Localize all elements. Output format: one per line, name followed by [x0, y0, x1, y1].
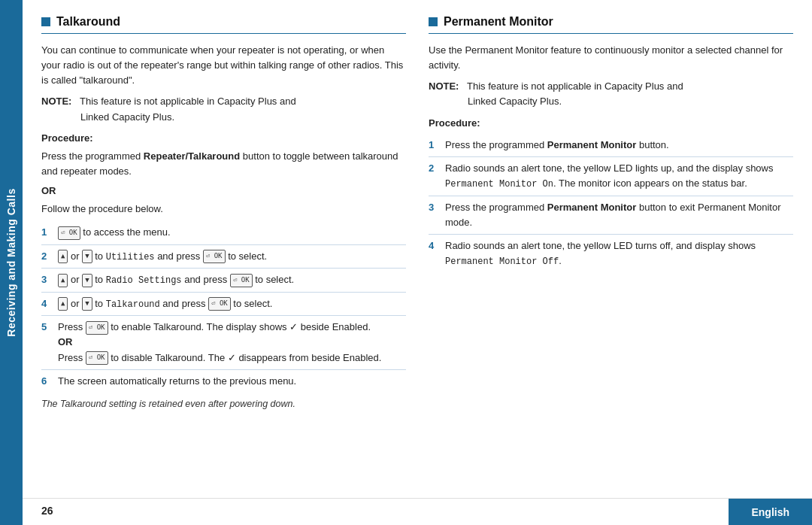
left-note-block: NOTE: This feature is not applicable in …	[41, 94, 406, 124]
language-label: English	[751, 506, 789, 518]
page-number: 26	[23, 499, 72, 525]
ok-kbd-3: ⏎ OK	[230, 274, 253, 287]
left-note-label: NOTE:	[41, 96, 71, 107]
left-procedure-text: Press the programmed Repeater/Talkaround…	[41, 149, 406, 179]
left-section-heading: Talkaround	[41, 15, 406, 34]
right-step-1-content: Press the programmed Permanent Monitor b…	[445, 138, 793, 153]
step-4-content: ▲ or ▼ to Talkaround and press ⏎ OK to s…	[58, 296, 406, 312]
left-step-3: 3 ▲ or ▼ to Radio Settings and press ⏎ O…	[41, 269, 406, 293]
step-5-content: Press ⏎ OK to enable Talkaround. The dis…	[58, 320, 406, 365]
down-kbd-2: ▼	[82, 250, 92, 263]
step-1-content: ⏎ OK to access the menu.	[58, 225, 406, 240]
up-kbd-4: ▲	[58, 297, 68, 311]
bottom-bar: 26 English	[23, 498, 812, 525]
step-2-content: ▲ or ▼ to Utilities and press ⏎ OK to se…	[58, 249, 406, 265]
right-note-text: This feature is not applicable in Capaci…	[467, 80, 683, 92]
up-kbd-3: ▲	[58, 274, 68, 287]
right-procedure-label: Procedure:	[429, 116, 793, 131]
right-step-2: 2 Radio sounds an alert tone, the yellow…	[429, 157, 793, 196]
left-or1: OR	[41, 184, 406, 199]
left-italic-note: The Talkaround setting is retained even …	[41, 397, 406, 411]
right-step-3: 3 Press the programmed Permanent Monitor…	[429, 196, 793, 235]
step-5-or: OR	[58, 336, 73, 347]
right-step-2-content: Radio sounds an alert tone, the yellow L…	[445, 161, 793, 192]
side-tab-label: Receiving and Making Calls	[5, 188, 17, 336]
right-step-3-content: Press the programmed Permanent Monitor b…	[445, 200, 793, 230]
ok-kbd-5b: ⏎ OK	[86, 351, 108, 365]
right-step-1: 1 Press the programmed Permanent Monitor…	[429, 134, 793, 157]
right-step-4: 4 Radio sounds an alert tone, the yellow…	[429, 235, 793, 273]
step-num-6: 6	[41, 374, 53, 389]
right-step-num-4: 4	[429, 238, 441, 253]
left-step-4: 4 ▲ or ▼ to Talkaround and press ⏎ OK to…	[41, 293, 406, 317]
up-kbd-2: ▲	[58, 250, 68, 263]
ok-kbd-4: ⏎ OK	[208, 297, 231, 311]
step-num-2: 2	[41, 249, 53, 264]
left-intro-text: You can continue to communicate when you…	[41, 43, 406, 88]
right-steps-list: 1 Press the programmed Permanent Monitor…	[429, 134, 793, 273]
right-step-num-2: 2	[429, 161, 441, 176]
right-note-text2: Linked Capacity Plus.	[468, 94, 793, 109]
right-step-num-1: 1	[429, 138, 441, 153]
step-num-4: 4	[41, 296, 53, 311]
right-section-heading: Permanent Monitor	[429, 15, 793, 34]
left-follow-text: Follow the procedure below.	[41, 202, 406, 217]
step-2-mono: Utilities	[106, 252, 155, 262]
pm-bold-1: Permanent Monitor	[547, 139, 636, 150]
left-step-6: 6 The screen automatically returns to th…	[41, 370, 406, 393]
step-4-mono: Talkaround	[106, 299, 160, 310]
right-section-title: Permanent Monitor	[444, 15, 553, 29]
step-num-3: 3	[41, 272, 53, 287]
left-section-title: Talkaround	[56, 15, 120, 29]
right-step-2-mono: Permanent Monitor On	[445, 179, 553, 190]
down-kbd-4: ▼	[82, 297, 92, 311]
left-step-2: 2 ▲ or ▼ to Utilities and press ⏎ OK to …	[41, 245, 406, 269]
pm-bold-3: Permanent Monitor	[547, 202, 636, 213]
repeater-bold: Repeater/Talkaround	[144, 150, 240, 162]
right-note-label: NOTE:	[429, 80, 459, 92]
left-procedure-label: Procedure:	[41, 131, 406, 146]
left-step-5: 5 Press ⏎ OK to enable Talkaround. The d…	[41, 316, 406, 369]
step-3-mono: Radio Settings	[106, 275, 182, 286]
heading-square-icon	[41, 17, 50, 26]
left-steps-list: 1 ⏎ OK to access the menu. 2 ▲ or ▼ to U…	[41, 221, 406, 392]
ok-kbd-1: ⏎ OK	[58, 226, 80, 240]
right-note-block: NOTE: This feature is not applicable in …	[429, 79, 793, 109]
language-tab: English	[729, 499, 812, 525]
main-content: Talkaround You can continue to communica…	[23, 0, 812, 525]
down-kbd-3: ▼	[82, 274, 92, 287]
left-note-text: This feature is not applicable in Capaci…	[80, 96, 296, 107]
right-intro-text: Use the Permanent Monitor feature to con…	[429, 43, 793, 73]
left-column: Talkaround You can continue to communica…	[41, 15, 406, 490]
step-3-content: ▲ or ▼ to Radio Settings and press ⏎ OK …	[58, 272, 406, 288]
right-column: Permanent Monitor Use the Permanent Moni…	[429, 15, 793, 490]
right-step-4-content: Radio sounds an alert tone, the yellow L…	[445, 238, 793, 269]
columns: Talkaround You can continue to communica…	[23, 0, 812, 498]
step-num-5: 5	[41, 320, 53, 335]
step-6-content: The screen automatically returns to the …	[58, 374, 406, 389]
left-step-1: 1 ⏎ OK to access the menu.	[41, 221, 406, 244]
left-note-text2: Linked Capacity Plus.	[80, 110, 406, 125]
right-heading-square-icon	[429, 17, 438, 26]
right-step-num-3: 3	[429, 200, 441, 215]
ok-kbd-2: ⏎ OK	[203, 250, 226, 263]
right-step-4-mono: Permanent Monitor Off	[445, 256, 559, 267]
step-num-1: 1	[41, 225, 53, 240]
ok-kbd-5a: ⏎ OK	[86, 321, 108, 335]
side-tab: Receiving and Making Calls	[0, 0, 23, 525]
